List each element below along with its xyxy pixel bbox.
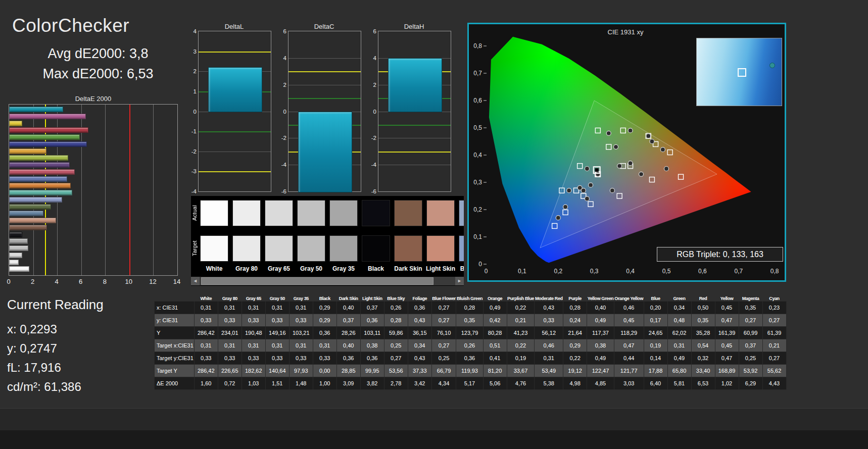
target-swatch[interactable] bbox=[362, 235, 390, 262]
patch-scrollbar[interactable]: ◄ ► bbox=[191, 277, 464, 285]
table-cell: 1,03 bbox=[242, 377, 265, 390]
table-cell: 0,25 bbox=[431, 352, 456, 365]
cie-panel[interactable]: 000,10,10,20,20,30,30,40,40,50,50,60,60,… bbox=[467, 23, 786, 282]
table-cell: 60,99 bbox=[739, 327, 762, 339]
table-cell: 0,31 bbox=[535, 352, 563, 365]
target-swatch[interactable] bbox=[329, 235, 358, 262]
target-swatch[interactable] bbox=[426, 235, 455, 262]
scroll-right-icon[interactable]: ► bbox=[455, 277, 464, 285]
table-cell: 5,81 bbox=[667, 377, 691, 390]
actual-swatch[interactable] bbox=[459, 200, 464, 226]
table-cell: 0,49 bbox=[587, 314, 614, 327]
delta-l-ylabels: 43210-1-2-3-4 bbox=[188, 31, 198, 191]
deltae-bar bbox=[9, 155, 68, 161]
delta-h-plot-ytick-label: 2 bbox=[373, 82, 376, 88]
delta-c-plot-ytick-label: -4 bbox=[281, 162, 286, 168]
table-cell: 149,16 bbox=[265, 327, 289, 339]
table-cell: 119,93 bbox=[456, 365, 483, 377]
table-cell: 1,00 bbox=[313, 377, 336, 390]
target-swatch[interactable] bbox=[459, 235, 464, 262]
table-row: Target y:CIE310,330,330,330,330,330,330,… bbox=[155, 352, 787, 365]
patch-column: Gray 35 bbox=[329, 196, 358, 277]
table-cell: 0,27 bbox=[431, 339, 456, 352]
actual-swatch[interactable] bbox=[394, 200, 422, 226]
deltae-bar bbox=[9, 260, 19, 265]
actual-swatch[interactable] bbox=[329, 200, 358, 226]
table-cell: 0,47 bbox=[614, 339, 644, 352]
target-swatch[interactable] bbox=[232, 235, 261, 262]
patch-label: White bbox=[198, 265, 230, 272]
table-cell: 99,95 bbox=[360, 365, 384, 377]
table-cell: 0,21 bbox=[507, 314, 535, 327]
table-cell: 0,35 bbox=[691, 314, 715, 327]
table-cell: 53,92 bbox=[739, 365, 762, 377]
table-cell: 286,42 bbox=[194, 327, 218, 339]
table-cell: 0,49 bbox=[667, 352, 691, 365]
target-swatch[interactable] bbox=[265, 235, 293, 262]
table-cell: 0,27 bbox=[762, 352, 786, 365]
table-cell: 0,31 bbox=[265, 339, 289, 352]
table-cell: 0,28 bbox=[384, 314, 408, 327]
cie-ytick-label: 0 bbox=[478, 261, 482, 268]
delta-h-chart: DeltaH 6420-2-4-6 bbox=[368, 23, 451, 192]
table-cell: 0,33 bbox=[265, 352, 289, 365]
table-cell: 0,33 bbox=[242, 352, 265, 365]
max-de2000-label: Max dE2000: 6,53 bbox=[12, 64, 184, 84]
table-cell: 55,62 bbox=[762, 365, 786, 377]
patch-label: Blue Sky bbox=[457, 265, 464, 272]
table-cell: 0,40 bbox=[336, 302, 360, 314]
deltae-bar bbox=[9, 127, 88, 133]
delta-gridline bbox=[288, 58, 361, 59]
table-cell: 0,26 bbox=[456, 339, 483, 352]
table-cell: 0,28 bbox=[563, 302, 587, 314]
actual-swatch[interactable] bbox=[232, 200, 261, 226]
table-cell: 2,78 bbox=[384, 377, 408, 390]
delta-l-plot-ytick-label: -1 bbox=[191, 128, 197, 134]
cie-xtick-label: 0,6 bbox=[698, 268, 707, 275]
table-cell: 59,86 bbox=[384, 327, 408, 339]
delta-l-plot-ytick-label: 2 bbox=[194, 68, 197, 74]
deltae-bar bbox=[9, 204, 51, 210]
actual-swatch[interactable] bbox=[200, 200, 228, 226]
table-cell: 5,17 bbox=[456, 377, 483, 390]
table-cell: 97,93 bbox=[289, 365, 313, 377]
table-cell: 0,31 bbox=[242, 339, 265, 352]
scroll-left-icon[interactable]: ◄ bbox=[191, 277, 200, 285]
table-cell: 0,28 bbox=[456, 302, 483, 314]
table-cell: 0,22 bbox=[507, 339, 535, 352]
table-cell: 0,33 bbox=[194, 352, 218, 365]
reading-y: y: 0,2747 bbox=[7, 339, 104, 358]
table-cell: 0,45 bbox=[715, 339, 739, 352]
table-cell: 0,38 bbox=[587, 339, 614, 352]
scrollbar-thumb[interactable] bbox=[201, 277, 433, 285]
table-cell: 33,40 bbox=[691, 365, 715, 377]
deltae-bar bbox=[9, 169, 75, 175]
row-label: Y bbox=[155, 327, 195, 339]
patch-column: Gray 80 bbox=[232, 196, 261, 277]
table-cell: 41,23 bbox=[507, 327, 535, 339]
column-header: Red bbox=[691, 291, 715, 302]
actual-swatch[interactable] bbox=[297, 200, 325, 226]
table-row: Y286,42234,01190,48149,16103,210,3628,26… bbox=[155, 327, 787, 339]
actual-swatch[interactable] bbox=[265, 200, 293, 226]
table-cell: 0,31 bbox=[194, 339, 218, 352]
deltae-bar bbox=[9, 162, 70, 168]
target-swatch[interactable] bbox=[297, 235, 325, 262]
actual-swatch[interactable] bbox=[426, 200, 455, 226]
table-cell: 0,47 bbox=[715, 352, 739, 365]
table-cell: 0,40 bbox=[336, 339, 360, 352]
patch-label: Black bbox=[360, 265, 392, 272]
table-cell: 0,51 bbox=[483, 339, 507, 352]
delta-l-title: DeltaL bbox=[198, 23, 270, 31]
cie-xtick-label: 0,8 bbox=[770, 268, 779, 275]
table-cell: 28,85 bbox=[336, 365, 360, 377]
target-swatch[interactable] bbox=[200, 235, 228, 262]
target-swatch[interactable] bbox=[394, 235, 422, 262]
measured-point bbox=[581, 188, 586, 193]
table-cell: 37,33 bbox=[408, 365, 431, 377]
actual-swatch[interactable] bbox=[362, 200, 390, 226]
deltae-chart-title: DeltaE 2000 bbox=[9, 95, 178, 103]
table-corner bbox=[155, 291, 195, 302]
column-header: Yellow Green bbox=[587, 291, 614, 302]
patch-label: Dark Skin bbox=[392, 265, 424, 272]
